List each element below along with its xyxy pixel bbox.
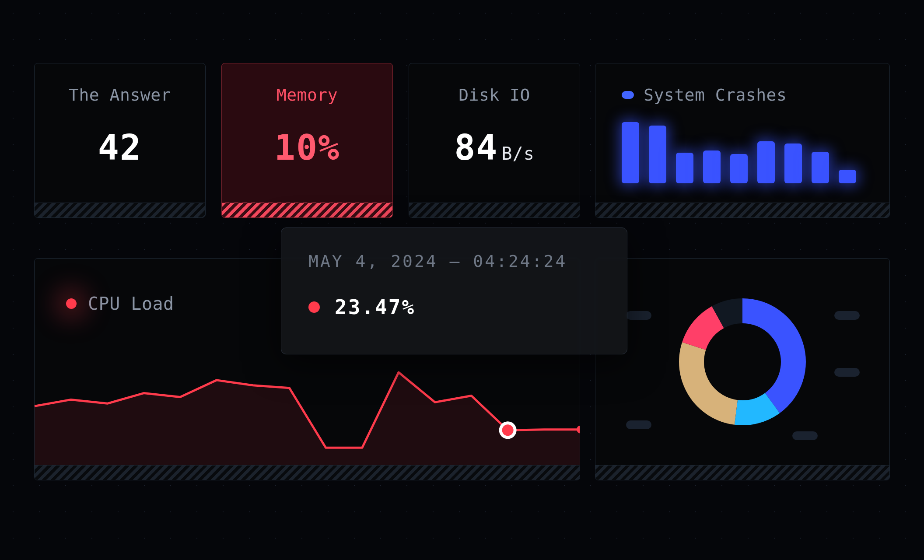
- stat-number: 84: [454, 127, 498, 168]
- stat-value: 84B/s: [409, 127, 580, 168]
- bar: [757, 141, 775, 183]
- legend-dot-icon: [66, 298, 77, 309]
- bar: [622, 122, 639, 183]
- chart-tooltip: MAY 4, 2024 — 04:24:24 23.47%: [281, 228, 627, 354]
- bar: [730, 154, 748, 183]
- stat-value: 42: [35, 127, 205, 168]
- stat-card-answer[interactable]: The Answer 42: [34, 63, 206, 218]
- card-footer-stripe: [409, 203, 580, 217]
- bar: [784, 144, 802, 183]
- legend-dot-icon: [622, 91, 634, 99]
- card-footer-stripe: [35, 203, 205, 217]
- legend-pill: [626, 311, 651, 320]
- stat-title: Disk IO: [409, 85, 580, 105]
- stat-card-diskio[interactable]: Disk IO 84B/s: [409, 63, 580, 218]
- card-footer-stripe: [222, 203, 392, 217]
- tooltip-timestamp: MAY 4, 2024 — 04:24:24: [308, 252, 600, 271]
- card-footer-stripe: [595, 203, 889, 217]
- card-footer-stripe: [35, 465, 580, 480]
- svg-point-1: [502, 424, 514, 436]
- stat-title: The Answer: [35, 85, 205, 105]
- card-footer-stripe: [595, 465, 889, 480]
- donut-chart: [670, 290, 815, 434]
- bar: [812, 152, 829, 183]
- stat-card-memory[interactable]: Memory 10%: [221, 63, 393, 218]
- legend-pill: [792, 431, 818, 440]
- stat-value: 10%: [222, 127, 392, 168]
- legend-pill: [626, 420, 651, 429]
- tooltip-value: 23.47%: [335, 295, 415, 319]
- bar: [676, 153, 693, 183]
- bar-chart: [595, 122, 889, 183]
- legend-pill: [834, 368, 860, 377]
- bar: [839, 170, 856, 183]
- chart-card-system-crashes[interactable]: System Crashes: [595, 63, 890, 218]
- chart-title: CPU Load: [88, 294, 174, 314]
- legend-pill: [834, 311, 860, 320]
- series-dot-icon: [308, 301, 320, 313]
- chart-title: System Crashes: [644, 85, 787, 105]
- bar: [649, 126, 666, 183]
- stat-unit: B/s: [502, 144, 535, 164]
- chart-card-donut[interactable]: [595, 258, 890, 480]
- stat-title: Memory: [222, 85, 392, 105]
- bar: [703, 150, 721, 183]
